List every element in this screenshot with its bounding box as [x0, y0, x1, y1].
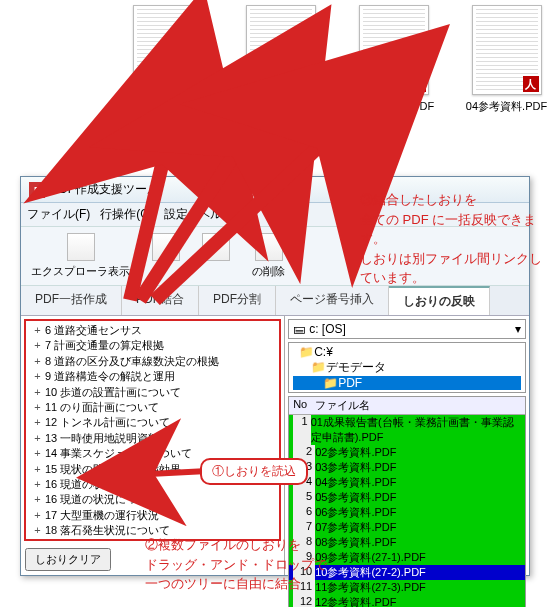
drive-icon: 🖴: [293, 322, 305, 336]
col-no[interactable]: No: [293, 398, 315, 413]
file-label: 04参考資料.PDF: [466, 99, 547, 113]
tab-split[interactable]: PDF分割: [199, 286, 276, 315]
menu-file[interactable]: ファイル(F): [27, 206, 90, 223]
folder-tree[interactable]: 📁C:¥ 📁デモデータ 📁PDF: [288, 342, 526, 393]
menu-help[interactable]: ヘルプ(H): [198, 206, 251, 223]
file-row[interactable]: 707参考資料.PDF: [289, 520, 525, 535]
file-thumbnail[interactable]: 人 03参考資料.PDF: [346, 5, 441, 156]
file-row[interactable]: 505参考資料.PDF: [289, 490, 525, 505]
tree-item[interactable]: +6 道路交通センサス: [28, 323, 277, 338]
tree-item[interactable]: +9 道路構造令の解説と運用: [28, 369, 277, 384]
tab-bar: PDF一括作成 PDF結合 PDF分割 ページ番号挿入 しおりの反映: [21, 286, 529, 316]
file-row[interactable]: 303参考資料.PDF: [289, 460, 525, 475]
tree-item[interactable]: +10 歩道の設置計画について: [28, 385, 277, 400]
bookmark-tree[interactable]: +6 道路交通センサス+7 計画交通量の算定根拠+8 道路の区分及び車線数決定の…: [24, 319, 281, 541]
file-thumbnail[interactable]: 人 01成果報告書（台帳・業務計画書・事業認定申請書）.PDF: [120, 5, 215, 156]
file-label: 01成果報告書（台帳・業務計画書・事業認定申請書）.PDF: [120, 99, 215, 156]
magnifier-icon: [67, 233, 95, 261]
folder-icon: 📁: [299, 345, 314, 359]
annotation-text-2: ②複数ファイルのしおりを ドラッグ・アンド・ドロップで 一つのツリーに自由に結合: [145, 535, 327, 594]
tab-pagenum[interactable]: ページ番号挿入: [276, 286, 389, 315]
file-row[interactable]: 101成果報告書(台帳・業務計画書・事業認定申請書).PDF: [289, 415, 525, 445]
annotation-callout-1: ①しおりを読込: [200, 458, 308, 485]
toolbar-delete-button[interactable]: の削除: [248, 231, 289, 281]
window-title: PDF作成支援ツール: [51, 181, 159, 198]
file-label: 02参考資料.PDF: [240, 99, 321, 113]
menu-edit[interactable]: 行操作(G): [100, 206, 153, 223]
tool-icon: [202, 233, 230, 261]
clear-bookmarks-button[interactable]: しおりクリア: [25, 548, 111, 571]
file-row[interactable]: 202参考資料.PDF: [289, 445, 525, 460]
app-icon: P: [29, 182, 45, 198]
menu-settings[interactable]: 設定: [164, 206, 188, 223]
drive-selector[interactable]: 🖴 c: [OS] ▾: [288, 319, 526, 339]
tree-item[interactable]: +17 大型重機の運行状況: [28, 508, 277, 523]
tree-item[interactable]: +16 現道の状況について: [28, 492, 277, 507]
file-row[interactable]: 606参考資料.PDF: [289, 505, 525, 520]
file-label: 03参考資料.PDF: [353, 99, 434, 113]
pdf-badge-icon: 人: [297, 76, 313, 92]
pdf-badge-icon: 人: [410, 76, 426, 92]
tab-bookmarks[interactable]: しおりの反映: [389, 286, 490, 315]
toolbar-button[interactable]: [148, 231, 184, 281]
tree-item[interactable]: +13 一時使用地説明資料: [28, 431, 277, 446]
file-row[interactable]: 1212参考資料.PDF: [289, 595, 525, 607]
tree-item[interactable]: +11 のり面計画について: [28, 400, 277, 415]
toolbar-explorer-button[interactable]: エクスプローラ表示: [27, 231, 134, 281]
file-row[interactable]: 404参考資料.PDF: [289, 475, 525, 490]
folder-icon: [152, 233, 180, 261]
tab-batch[interactable]: PDF一括作成: [21, 286, 122, 315]
pdf-badge-icon: 人: [523, 76, 539, 92]
folder-icon: 📁: [323, 376, 338, 390]
file-thumbnail[interactable]: 人 02参考資料.PDF: [233, 5, 328, 156]
folder-icon: 📁: [311, 360, 326, 374]
tree-item[interactable]: +12 トンネル計画について: [28, 415, 277, 430]
col-name[interactable]: ファイル名: [315, 398, 370, 413]
tree-item[interactable]: +7 計画交通量の算定根拠: [28, 338, 277, 353]
pdf-badge-icon: 人: [184, 76, 200, 92]
tree-item[interactable]: +8 道路の区分及び車線数決定の根拠: [28, 354, 277, 369]
toolbar-button[interactable]: [198, 231, 234, 281]
desktop-thumbnails: 人 01成果報告書（台帳・業務計画書・事業認定申請書）.PDF 人 02参考資料…: [120, 5, 551, 156]
tab-merge[interactable]: PDF結合: [122, 286, 199, 315]
dropdown-icon[interactable]: ▾: [515, 322, 521, 336]
file-thumbnail[interactable]: 人 04参考資料.PDF: [459, 5, 551, 156]
annotation-text-3: ③結合したしおりを 全ての PDF に一括反映できます。 しおりは別ファイル間リ…: [360, 190, 551, 288]
delete-icon: [255, 233, 283, 261]
